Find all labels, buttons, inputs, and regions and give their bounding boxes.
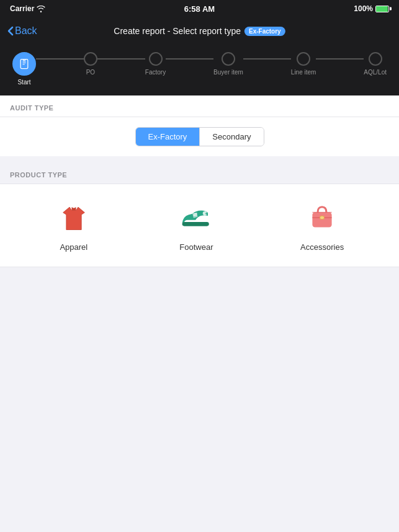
nav-bar: Back Create report - Select report type … — [0, 17, 399, 45]
svg-rect-11 — [313, 212, 332, 227]
step-line-label: Line item — [291, 69, 316, 76]
svg-rect-6 — [182, 222, 209, 226]
svg-marker-5 — [71, 207, 76, 210]
accessories-icon — [303, 199, 341, 236]
empty-space — [0, 267, 399, 515]
carrier-label: Carrier — [10, 4, 34, 13]
footwear-icon — [177, 199, 215, 236]
step-factory[interactable]: Factory — [145, 52, 166, 76]
status-time: 6:58 AM — [184, 4, 215, 14]
step-factory-circle — [149, 52, 163, 66]
status-bar: Carrier 6:58 AM 100% — [0, 0, 399, 17]
battery-fill — [376, 6, 388, 12]
audit-type-section: AUDIT TYPE Ex-Factory Secondary — [0, 95, 399, 156]
step-aql-circle — [369, 52, 382, 66]
step-line-4 — [243, 58, 291, 60]
step-line-circle — [297, 52, 310, 66]
svg-marker-4 — [63, 207, 84, 229]
svg-rect-13 — [320, 216, 325, 219]
apparel-label: Apparel — [60, 242, 87, 252]
product-type-header: PRODUCT TYPE — [0, 162, 399, 184]
battery-percent: 100% — [354, 4, 373, 13]
accessories-label: Accessories — [300, 242, 344, 252]
svg-line-8 — [194, 215, 197, 215]
step-po[interactable]: PO — [84, 52, 97, 76]
svg-line-7 — [194, 213, 197, 214]
ex-factory-button[interactable]: Ex-Factory — [136, 128, 200, 146]
secondary-button[interactable]: Secondary — [200, 128, 263, 146]
step-start-label: Start — [17, 79, 30, 86]
audit-type-toggle: Ex-Factory Secondary — [135, 127, 264, 146]
step-po-label: PO — [86, 69, 95, 76]
step-start-icon — [18, 58, 30, 70]
step-buyer-label: Buyer item — [213, 69, 243, 76]
step-line-3 — [166, 58, 213, 60]
progress-section: Start PO Factory Buyer item Line item — [0, 45, 399, 95]
step-line-item[interactable]: Line item — [291, 52, 316, 76]
battery-icon — [375, 6, 389, 12]
step-po-circle — [84, 52, 97, 66]
status-left: Carrier — [10, 4, 45, 13]
step-start-circle — [12, 52, 36, 76]
ex-factory-badge: Ex-Factory — [244, 27, 285, 36]
product-type-section: PRODUCT TYPE Apparel — [0, 162, 399, 267]
nav-title: Create report - Select report type Ex-Fa… — [114, 26, 285, 36]
tshirt-svg — [58, 202, 90, 233]
step-start[interactable]: Start — [12, 52, 36, 86]
bag-svg — [306, 202, 338, 234]
back-label: Back — [15, 25, 37, 37]
step-line-2 — [97, 58, 145, 60]
product-item-apparel[interactable]: Apparel — [55, 199, 92, 252]
apparel-icon — [55, 199, 92, 236]
svg-rect-0 — [20, 60, 28, 69]
step-aql-label: AQL/Lot — [364, 69, 387, 76]
step-buyer-circle — [222, 52, 235, 66]
step-line-5 — [316, 58, 364, 60]
wifi-icon — [37, 6, 45, 12]
product-grid: Apparel — [0, 184, 399, 267]
shoe-svg — [178, 202, 214, 233]
step-line-1 — [36, 58, 84, 60]
back-button[interactable]: Back — [7, 25, 37, 37]
audit-type-title: AUDIT TYPE — [10, 104, 53, 112]
audit-type-header: AUDIT TYPE — [0, 95, 399, 117]
product-type-title: PRODUCT TYPE — [10, 171, 67, 179]
back-chevron-icon — [7, 26, 14, 36]
status-right: 100% — [354, 4, 389, 13]
step-factory-label: Factory — [145, 69, 166, 76]
audit-type-content: Ex-Factory Secondary — [0, 117, 399, 156]
product-item-footwear[interactable]: Footwear — [177, 199, 215, 252]
step-aql-lot[interactable]: AQL/Lot — [364, 52, 387, 76]
step-buyer-item[interactable]: Buyer item — [213, 52, 243, 76]
footwear-label: Footwear — [179, 242, 213, 252]
product-item-accessories[interactable]: Accessories — [300, 199, 344, 252]
nav-title-text: Create report - Select report type — [114, 26, 241, 36]
